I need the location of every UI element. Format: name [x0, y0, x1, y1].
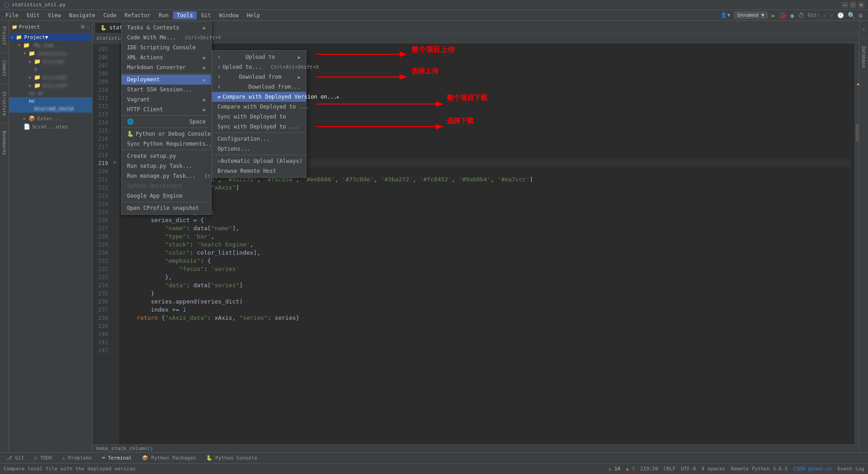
- git-status-label: Git:: [808, 12, 820, 18]
- git-check2-icon: ✓: [830, 12, 833, 19]
- code-line-206: [123, 53, 851, 62]
- indent-display[interactable]: 4 spaces: [701, 466, 725, 472]
- settings-button[interactable]: ⚙: [859, 12, 863, 19]
- editor-area: 🐍 statistics_util.py ✕ statistics_util.p…: [93, 21, 859, 452]
- code-line-215: [123, 127, 851, 135]
- code-line-237: index += 1: [123, 306, 851, 314]
- tab-statistics-util[interactable]: 🐍 statistics_util.py ✕: [94, 22, 179, 33]
- todo-tab-icon: ☑: [34, 455, 38, 461]
- menu-navigate[interactable]: Navigate: [66, 11, 99, 19]
- menu-file[interactable]: File: [2, 11, 22, 19]
- sidebar-title-label: Project: [19, 24, 40, 30]
- python-console-icon: 🐍: [206, 455, 212, 461]
- menu-run[interactable]: Run: [155, 11, 172, 19]
- tree-cndr[interactable]: cn dr: [9, 90, 92, 97]
- code-line-229: "stack": 'Search Engine',: [123, 241, 851, 249]
- commit-panel-icon[interactable]: Commit: [2, 58, 7, 78]
- git-check-icon: ✓: [823, 12, 826, 19]
- python-packages-tab[interactable]: 📦 Python Packages: [137, 454, 201, 462]
- encoding-display[interactable]: UTF-8: [681, 466, 696, 472]
- code-line-222: xAxis = data_list[0]["xAxis"]: [123, 184, 851, 192]
- code-editor[interactable]: 205 206 207 208 209 210 211 212 213 214 …: [93, 43, 859, 444]
- tree-folder1[interactable]: ▼ 📁 statistics: [9, 49, 92, 57]
- event-log-label[interactable]: Event Log: [837, 466, 864, 472]
- problems-tab[interactable]: ⚠ Problems: [57, 454, 96, 462]
- run-button[interactable]: ▶: [772, 12, 775, 19]
- code-line-212: [123, 102, 851, 110]
- tree-subfolder3[interactable]: ▶ 📁 blurred3: [9, 81, 92, 90]
- code-line-216: [123, 135, 851, 143]
- tree-mycode[interactable]: ▼ 📁 :My_Cod...: [9, 41, 92, 49]
- app-icon: ⬡: [4, 1, 9, 9]
- tree-external[interactable]: ▶ 📦 Exter...: [9, 114, 92, 123]
- tree-subfolder2-label: blurred2: [42, 75, 66, 81]
- tree-nc-child[interactable]: blurred_child: [9, 105, 92, 113]
- git-tab[interactable]: ⎇ Git: [2, 454, 29, 462]
- menu-window[interactable]: Window: [216, 11, 242, 19]
- maximize-button[interactable]: □: [850, 2, 856, 8]
- external-icon: 📦: [28, 115, 35, 122]
- tree-nc-item[interactable]: nc: [9, 97, 92, 105]
- tree-subfolder2[interactable]: ▶ 📁 blurred2: [9, 73, 92, 81]
- tree-subfolder3-label: blurred3: [42, 83, 66, 89]
- menu-git[interactable]: Git: [198, 11, 215, 19]
- project-panel-icon[interactable]: Project: [2, 24, 7, 47]
- menu-tools[interactable]: Tools: [173, 11, 197, 19]
- structure-panel-icon[interactable]: Structure: [2, 90, 7, 118]
- warning-icon: ⚠: [113, 159, 116, 164]
- tree-folder1-label: statistics: [37, 51, 67, 57]
- code-line-213: [123, 110, 851, 118]
- tree-project[interactable]: ▼ 📁 Project▼: [9, 33, 92, 41]
- todo-tab[interactable]: ☑ TODO: [30, 454, 57, 462]
- code-line-218: [123, 151, 851, 159]
- menu-bar: File Edit View Navigate Code Refactor Ru…: [0, 10, 868, 21]
- close-button[interactable]: ✕: [858, 2, 864, 8]
- profile-button[interactable]: ⏱: [798, 12, 804, 19]
- code-status-bar: make_stack_column(): [93, 444, 859, 452]
- tree-external-label: Exter...: [37, 116, 61, 122]
- tree-item-n[interactable]: n: [9, 66, 92, 73]
- bookmarks-panel-icon[interactable]: Bookmarks: [2, 129, 7, 157]
- search-button[interactable]: 🔍: [848, 12, 855, 19]
- menu-help[interactable]: Help: [243, 11, 264, 19]
- tab-close-icon[interactable]: ✕: [171, 25, 174, 30]
- python-packages-label: Python Packages: [151, 455, 196, 461]
- line-sep-display[interactable]: CRLF: [664, 466, 676, 472]
- status-message: Compare local file with the deployed ver…: [4, 466, 135, 472]
- code-content[interactable]: ().year def doto_list 数据列表: [119, 43, 854, 444]
- notifications-icon[interactable]: ⚠: [861, 24, 866, 33]
- python-console-tab[interactable]: 🐍 Python Console: [202, 454, 262, 462]
- terminal-tab[interactable]: ⌨ Terminal: [97, 454, 136, 462]
- subfolder2-icon: 📁: [34, 74, 41, 81]
- git-time-icon[interactable]: 🕐: [837, 12, 844, 19]
- unnamed-dropdown[interactable]: Unnamed ▼: [734, 11, 768, 19]
- debug-button[interactable]: 🐞: [779, 12, 787, 19]
- tree-scratch[interactable]: 📄 Scrat...oles: [9, 123, 92, 131]
- python-packages-icon: 📦: [142, 455, 148, 461]
- code-line-242: [123, 346, 851, 355]
- py-file-icon: 🐍: [100, 25, 107, 31]
- editor-tabs: 🐍 statistics_util.py ✕: [93, 21, 859, 33]
- tree-subfolder1[interactable]: ▶ 📁 blurred: [9, 57, 92, 66]
- right-scrollbar[interactable]: [854, 43, 859, 444]
- status-bar: Compare local file with the deployed ver…: [0, 463, 868, 474]
- menu-code[interactable]: Code: [100, 11, 120, 19]
- code-line-233: },: [123, 273, 851, 281]
- tree-arrow6: ▶: [24, 116, 26, 121]
- sidebar-collapse-btn[interactable]: −: [87, 24, 90, 30]
- database-panel-icon[interactable]: Database: [861, 44, 866, 70]
- interpreter-display[interactable]: Remote Python 3.6.5: [731, 466, 788, 472]
- tree-scratch-label: Scrat...oles: [32, 124, 68, 130]
- code-line-205: ().year: [123, 45, 851, 53]
- folder-icon: 📁: [23, 42, 30, 48]
- menu-edit[interactable]: Edit: [23, 11, 43, 19]
- coverage-button[interactable]: ◉: [790, 12, 794, 19]
- sidebar-settings-btn[interactable]: ⚙: [80, 24, 85, 30]
- function-name: make_stack_column(): [96, 446, 153, 451]
- menu-view[interactable]: View: [44, 11, 65, 19]
- profile-icon[interactable]: 👤▼: [721, 12, 730, 18]
- menu-refactor[interactable]: Refactor: [121, 11, 154, 19]
- code-line-228: "type": 'bar',: [123, 232, 851, 241]
- code-line-211: [123, 94, 851, 102]
- minimize-button[interactable]: —: [842, 2, 848, 8]
